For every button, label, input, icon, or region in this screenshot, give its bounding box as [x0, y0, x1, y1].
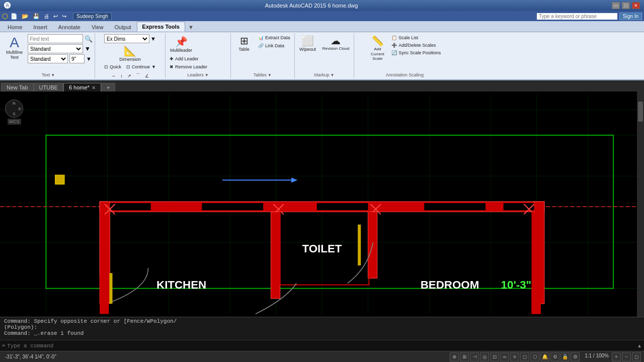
command-expand-arrow[interactable]: ▲	[637, 343, 642, 348]
search-icon[interactable]: 🔍	[85, 35, 93, 43]
close-button[interactable]: ✕	[632, 2, 640, 9]
link-data-button[interactable]: 🔗 Link Data	[256, 42, 292, 49]
sync-scale-positions-button[interactable]: 🔄 Sync Scale Positions	[389, 49, 443, 56]
settings-button[interactable]: ⚙	[571, 352, 580, 361]
window-controls: — □ ✕	[612, 2, 640, 9]
font-size-input[interactable]	[69, 54, 85, 63]
leaders-group-expand[interactable]: ▼	[205, 73, 209, 77]
tab-view[interactable]: View	[86, 22, 109, 32]
text-style-select[interactable]: Standard	[28, 44, 83, 53]
dim-btn-2[interactable]: ↕	[118, 71, 125, 80]
scale-list-button[interactable]: 📋 Scale List	[389, 34, 443, 41]
add-tab-button[interactable]: +	[101, 83, 115, 92]
dimension-button[interactable]: 📐 Dimension	[117, 44, 143, 63]
otrack-button[interactable]: ∞	[500, 352, 509, 361]
text-group-label: Text ▼	[4, 71, 93, 77]
svg-text:10'-3": 10'-3"	[501, 279, 532, 291]
revision-cloud-button[interactable]: ☁ Revision Cloud	[320, 34, 352, 53]
osnap-button[interactable]: ⊡	[490, 352, 499, 361]
quick-icon: ⊡	[104, 64, 108, 69]
dim-btn-4[interactable]: ⌒	[134, 71, 142, 80]
markup-group-content: ⬜ Wipeout ☁ Revision Cloud	[297, 34, 352, 71]
sign-in-button[interactable]: Sign In	[619, 13, 642, 20]
svg-marker-46	[291, 177, 297, 183]
sync-icon: 🔄	[391, 50, 397, 55]
minimize-button[interactable]: —	[612, 2, 620, 9]
svg-text:TOILET: TOILET	[302, 243, 342, 255]
leaders-group-label: Leaders ▼	[168, 71, 228, 77]
multileader-button[interactable]: 📌 Multileader	[168, 35, 195, 54]
navbar-button[interactable]: ◻	[632, 352, 641, 361]
zoom-out-button[interactable]: −	[622, 352, 631, 361]
tables-group-expand[interactable]: ▼	[268, 73, 272, 77]
annotate-monitor-button[interactable]: 🔔	[540, 352, 549, 361]
quick-button[interactable]: ⊡ Quick	[102, 63, 123, 70]
add-leader-button[interactable]: ✚ Add Leader	[168, 55, 201, 62]
doc-tab-utube[interactable]: UTUBE	[34, 83, 63, 92]
compass: N E S WCS	[4, 100, 24, 130]
multiline-text-button[interactable]: A Multiline Text	[4, 34, 25, 61]
wipeout-button[interactable]: ⬜ Wipeout	[297, 34, 319, 53]
doc-tab-6home[interactable]: 6 home* ✕	[63, 83, 101, 92]
add-current-scale-button[interactable]: 📏 AddCurrentScale	[366, 34, 388, 63]
table-button[interactable]: ⊞ Table	[233, 34, 255, 53]
polar-button[interactable]: ◎	[480, 352, 489, 361]
markup-group-expand[interactable]: ▼	[331, 73, 335, 77]
font-select[interactable]: Standard	[28, 54, 68, 63]
print-button[interactable]: 🖨	[42, 13, 51, 20]
tab-annotate[interactable]: Annotate	[53, 22, 86, 32]
new-button[interactable]: 📄	[9, 13, 19, 20]
svg-rect-25	[424, 203, 486, 210]
maximize-button[interactable]: □	[622, 2, 630, 9]
redo-button[interactable]: ↪	[60, 13, 68, 20]
lineweight-button[interactable]: ≡	[510, 352, 519, 361]
open-button[interactable]: 📂	[20, 13, 30, 20]
tab-home[interactable]: Home	[2, 22, 28, 32]
doc-tab-new[interactable]: New Tab	[1, 83, 34, 92]
tab-options-button[interactable]: ▼	[185, 23, 197, 32]
compass-s: S	[13, 112, 15, 116]
tab-close-button[interactable]: ✕	[92, 85, 96, 90]
remove-leader-button[interactable]: ✖ Remove Leader	[168, 63, 209, 70]
profile-area[interactable]: Sudeep Singh	[73, 13, 112, 20]
grid-button[interactable]: ⊞	[460, 352, 469, 361]
dim-btn-1[interactable]: ↔	[109, 71, 118, 80]
tab-output[interactable]: Output	[109, 22, 137, 32]
revision-cloud-icon: ☁	[331, 36, 341, 46]
continue-button[interactable]: ⊡ Continue ▼	[124, 63, 158, 70]
dim-btn-3[interactable]: ↗	[125, 71, 133, 80]
zoom-in-button[interactable]: +	[612, 352, 621, 361]
search-input[interactable]	[537, 13, 617, 20]
svg-rect-49	[358, 225, 361, 265]
command-line: Command: Specify opposite corner or [Fen…	[0, 317, 644, 351]
ortho-button[interactable]: ⊣	[470, 352, 479, 361]
add-leader-icon: ✚	[170, 56, 174, 61]
workspace-button[interactable]: ⚙	[550, 352, 559, 361]
title-left: 🅐	[4, 2, 11, 10]
text-group-expand[interactable]: ▼	[51, 73, 55, 77]
find-text-input[interactable]	[28, 34, 83, 43]
table-icon: ⊞	[240, 36, 249, 46]
dim-btn-5[interactable]: ∠	[143, 71, 151, 80]
search-area: Sign In	[537, 13, 642, 20]
tab-express-tools[interactable]: Express Tools	[137, 22, 185, 32]
ribbon-group-markup: ⬜ Wipeout ☁ Revision Cloud Markup ▼	[295, 33, 355, 78]
text-group-content: A Multiline Text 🔍 Standard ▼ Standa	[4, 34, 93, 71]
ribbon-tabs: Home Insert Annotate View Output Express…	[0, 21, 644, 32]
scroll-thumb[interactable]	[638, 102, 643, 122]
canvas-scrollbar[interactable]	[637, 92, 644, 317]
add-delete-scales-button[interactable]: ➕ Add/Delete Scales	[389, 42, 443, 49]
ex-dims-select[interactable]: Ex Dims	[104, 34, 149, 43]
snap-button[interactable]: ⊕	[450, 352, 459, 361]
selection-button[interactable]: ⬡	[530, 352, 539, 361]
tab-insert[interactable]: Insert	[28, 22, 53, 32]
link-data-icon: 🔗	[258, 43, 264, 48]
extract-data-button[interactable]: 📊 Extract Data	[256, 34, 292, 41]
undo-button[interactable]: ↩	[52, 13, 59, 20]
drawing-canvas[interactable]: TOILET KITCHEN BEDROOM 10'-3"	[0, 92, 644, 317]
save-button[interactable]: 💾	[31, 13, 41, 20]
transparency-button[interactable]: ◻	[520, 352, 529, 361]
lock-button[interactable]: 🔒	[560, 352, 570, 361]
command-line-2: (Polygon):	[4, 324, 640, 330]
command-input[interactable]	[7, 343, 637, 349]
